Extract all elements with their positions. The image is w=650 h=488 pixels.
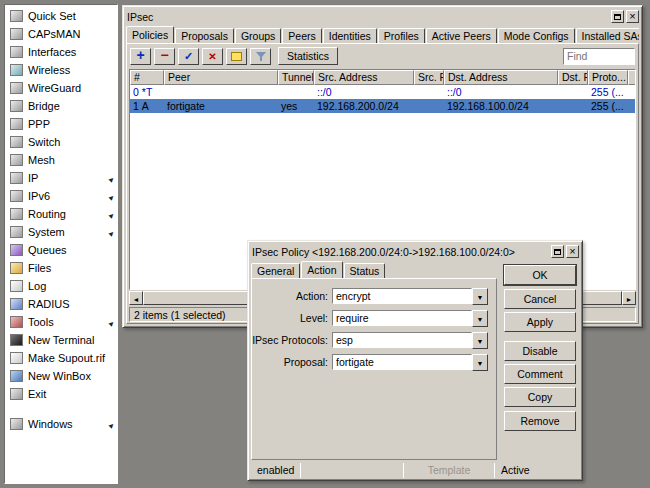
tab-groups[interactable]: Groups <box>235 28 281 43</box>
maximize-button[interactable] <box>611 10 624 23</box>
chevron-down-icon <box>477 312 484 324</box>
sidebar-item-radius[interactable]: RADIUS <box>5 295 117 313</box>
column-header-number[interactable]: # <box>130 70 164 85</box>
sidebar-item-ipv6[interactable]: IPv6 <box>5 187 117 205</box>
submenu-arrow-icon <box>104 226 114 238</box>
comment-button[interactable]: Comment <box>504 364 576 384</box>
tab-peers[interactable]: Peers <box>282 28 321 43</box>
tab-identities[interactable]: Identities <box>323 28 377 43</box>
dialog-titlebar[interactable]: IPsec Policy <192.168.200.0/24:0->192.16… <box>251 244 579 259</box>
sidebar-item-quick-set[interactable]: Quick Set <box>5 7 117 25</box>
sidebar-item-files[interactable]: Files <box>5 259 117 277</box>
sidebar-item-ip[interactable]: IP <box>5 169 117 187</box>
tab-installed-sas[interactable]: Installed SAs <box>576 28 639 43</box>
column-header-dst-port[interactable]: Dst. Port <box>558 70 588 85</box>
ok-button[interactable]: OK <box>504 265 576 285</box>
sidebar-item-new-winbox[interactable]: New WinBox <box>5 367 117 385</box>
chevron-down-icon <box>477 356 484 368</box>
ipsec-protocols-dropdown-button[interactable] <box>472 332 488 349</box>
cell-dst-address: 192.168.100.0/24 <box>444 99 558 113</box>
column-header-src-address[interactable]: Src. Address <box>314 70 414 85</box>
sidebar-item-bridge[interactable]: Bridge <box>5 97 117 115</box>
sidebar-item-wireguard[interactable]: WireGuard <box>5 79 117 97</box>
supout-icon <box>10 352 23 364</box>
scroll-right-button[interactable] <box>622 291 636 305</box>
sidebar-item-exit[interactable]: Exit <box>5 385 117 403</box>
action-dropdown-button[interactable] <box>472 288 488 305</box>
ipsec-policy-dialog: IPsec Policy <192.168.200.0/24:0->192.16… <box>247 240 583 481</box>
mesh-icon <box>10 154 23 166</box>
template-indicator: Template <box>404 463 494 478</box>
add-button[interactable] <box>130 48 151 65</box>
remove-button[interactable] <box>154 48 175 65</box>
comment-button[interactable] <box>226 48 247 65</box>
close-button[interactable] <box>566 245 579 258</box>
maximize-button[interactable] <box>551 245 564 258</box>
filter-icon <box>255 51 267 62</box>
tab-profiles[interactable]: Profiles <box>378 28 425 43</box>
sidebar-item-tools[interactable]: Tools <box>5 313 117 331</box>
action-input[interactable] <box>332 288 472 304</box>
table-row-selected[interactable]: 1A fortigate yes 192.168.200.0/24 192.16… <box>130 99 635 113</box>
sidebar-item-routing[interactable]: Routing <box>5 205 117 223</box>
sidebar-item-windows[interactable]: Windows <box>5 415 117 433</box>
ip-icon <box>10 172 23 184</box>
tab-status[interactable]: Status <box>344 263 386 278</box>
proposal-input[interactable] <box>332 354 472 370</box>
sidebar-item-system[interactable]: System <box>5 223 117 241</box>
cell-tunnel: yes <box>278 99 314 113</box>
sidebar-item-queues[interactable]: Queues <box>5 241 117 259</box>
statistics-button[interactable]: Statistics <box>278 47 338 65</box>
level-input[interactable] <box>332 310 472 326</box>
dialog-action-panel: Action: Level: IPsec Protocols: Proposal… <box>251 278 497 460</box>
table-row[interactable]: 0*T ::/0 ::/0 255 (... <box>130 85 635 99</box>
submenu-arrow-icon <box>104 316 114 328</box>
apply-button[interactable]: Apply <box>504 312 576 332</box>
column-header-src-port[interactable]: Src. Port <box>414 70 444 85</box>
dialog-title: IPsec Policy <192.168.200.0/24:0->192.16… <box>251 246 547 258</box>
ipsec-toolbar: Statistics <box>127 44 638 68</box>
submenu-arrow-icon <box>104 172 114 184</box>
disable-button[interactable]: Disable <box>504 341 576 361</box>
tab-active-peers[interactable]: Active Peers <box>426 28 497 43</box>
proposal-dropdown-button[interactable] <box>472 354 488 371</box>
tab-proposals[interactable]: Proposals <box>175 28 234 43</box>
routing-icon <box>10 208 23 220</box>
cancel-button[interactable]: Cancel <box>504 289 576 309</box>
sidebar-item-wireless[interactable]: Wireless <box>5 61 117 79</box>
row-flags: A <box>142 100 149 112</box>
sidebar-item-new-terminal[interactable]: New Terminal <box>5 331 117 349</box>
column-header-peer[interactable]: Peer <box>164 70 278 85</box>
sidebar-item-make-supout[interactable]: Make Supout.rif <box>5 349 117 367</box>
filter-button[interactable] <box>250 48 271 65</box>
scroll-left-button[interactable] <box>129 291 143 305</box>
tab-policies[interactable]: Policies <box>126 26 174 43</box>
cell-tunnel <box>278 85 314 99</box>
cell-src-address: ::/0 <box>314 85 414 99</box>
windows-icon <box>10 418 23 430</box>
ipsec-window-titlebar[interactable]: IPsec <box>126 9 639 24</box>
close-button[interactable] <box>626 10 639 23</box>
tab-general[interactable]: General <box>251 263 300 278</box>
sidebar-item-log[interactable]: Log <box>5 277 117 295</box>
submenu-arrow-icon <box>104 418 114 430</box>
tab-action[interactable]: Action <box>301 261 342 278</box>
column-header-protocol[interactable]: Proto... <box>588 70 628 85</box>
enable-button[interactable] <box>178 48 199 65</box>
capsman-icon <box>10 28 23 40</box>
level-dropdown-button[interactable] <box>472 310 488 327</box>
chevron-down-icon <box>477 334 484 346</box>
sidebar-item-mesh[interactable]: Mesh <box>5 151 117 169</box>
find-input[interactable] <box>563 48 635 65</box>
copy-button[interactable]: Copy <box>504 387 576 407</box>
remove-button[interactable]: Remove <box>504 411 576 431</box>
tab-mode-configs[interactable]: Mode Configs <box>498 28 575 43</box>
sidebar-item-capsman[interactable]: CAPsMAN <box>5 25 117 43</box>
disable-button[interactable] <box>202 48 223 65</box>
column-header-dst-address[interactable]: Dst. Address <box>444 70 558 85</box>
sidebar-item-switch[interactable]: Switch <box>5 133 117 151</box>
sidebar-item-interfaces[interactable]: Interfaces <box>5 43 117 61</box>
column-header-tunnel[interactable]: Tunnel <box>278 70 314 85</box>
sidebar-item-ppp[interactable]: PPP <box>5 115 117 133</box>
ipsec-protocols-input[interactable] <box>332 332 472 348</box>
